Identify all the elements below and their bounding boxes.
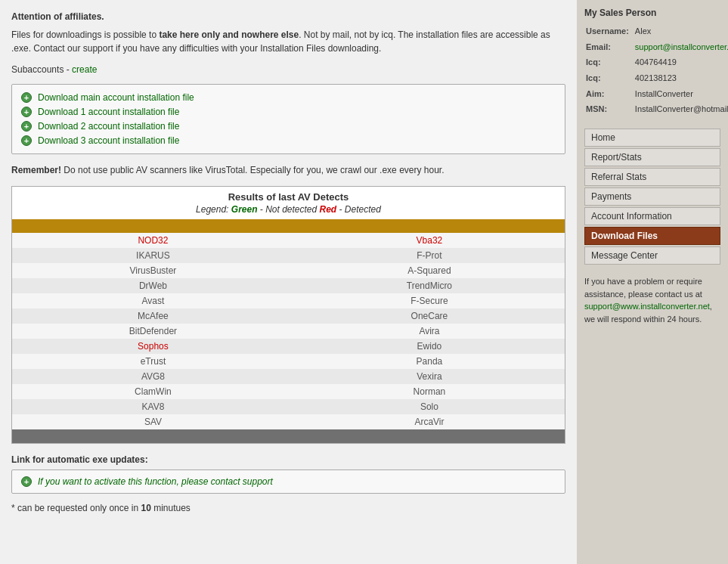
intro-text: Files for downloadings is possible to ta…: [11, 28, 565, 55]
link-auto-text: If you want to activate this function, p…: [38, 476, 273, 487]
table-row: BitDefenderAvira: [12, 324, 565, 339]
nav-menu: Home Report/Stats Referral Stats Payment…: [584, 129, 720, 265]
av-cell-left: McAfee: [12, 308, 294, 324]
table-row: ClamWinNorman: [12, 384, 565, 399]
link-auto-box: Link for automatic exe updates: If you w…: [11, 454, 565, 494]
table-row: Icq: 404764419: [586, 55, 728, 70]
table-row: SAVArcaVir: [12, 414, 565, 429]
av-cell-right: F-Prot: [294, 248, 565, 263]
av-footer-bar: [12, 429, 565, 443]
av-cell-right: TrendMicro: [294, 278, 565, 293]
sales-person-table: Username: Alex Email: support@installcon…: [584, 23, 728, 118]
av-cell-right: Vba32: [294, 233, 565, 248]
icq2-value: 402138123: [635, 71, 728, 85]
green-plus-icon-auto: [21, 476, 32, 487]
av-cell-right: Vexira: [294, 369, 565, 384]
download-item-1: Download 1 account installation file: [21, 107, 556, 117]
av-cell-right: A-Squared: [294, 263, 565, 278]
download-item-0: Download main account installation file: [21, 92, 556, 103]
av-cell-right: OneCare: [294, 308, 565, 324]
av-cell-right: Avira: [294, 324, 565, 339]
email-label: Email:: [586, 40, 634, 54]
subaccounts-line: Subaccounts - create: [11, 64, 565, 75]
table-row: IKARUSF-Prot: [12, 248, 565, 263]
table-row: MSN: InstallConverter@hotmail.com: [586, 102, 728, 116]
nav-home[interactable]: Home: [584, 129, 720, 147]
download-item-3: Download 3 account installation file: [21, 135, 556, 146]
table-row: KAV8Solo: [12, 399, 565, 414]
av-cell-left: NOD32: [12, 233, 294, 248]
green-plus-icon-2: [21, 121, 32, 132]
table-row: DrWebTrendMicro: [12, 278, 565, 293]
download-item-2: Download 2 account installation file: [21, 121, 556, 132]
remember-text: Remember! Do not use public AV scanners …: [11, 165, 565, 175]
username-label: Username:: [586, 24, 634, 39]
av-cell-right: Panda: [294, 354, 565, 369]
msn-label: MSN:: [586, 102, 634, 116]
table-row: Aim: InstallConverter: [586, 87, 728, 101]
table-row: Email: support@installconverter.com: [586, 40, 728, 54]
attention-text: Attention of affiliates.: [11, 11, 565, 22]
nav-referral-stats[interactable]: Referral Stats: [584, 168, 720, 186]
av-results-box: Results of last AV Detects Legend: Green…: [11, 186, 565, 444]
nav-payments[interactable]: Payments: [584, 187, 720, 206]
create-link[interactable]: create: [72, 64, 97, 75]
av-cell-left: SAV: [12, 414, 294, 429]
main-content: Attention of affiliates. Files for downl…: [0, 0, 577, 564]
email-value: support@installconverter.com: [635, 40, 728, 54]
av-header-bar: [12, 219, 565, 233]
can-requested-text: * can be requested only once in 10 minut…: [11, 503, 565, 513]
green-plus-icon-0: [21, 92, 32, 103]
av-cell-left: BitDefender: [12, 324, 294, 339]
sales-person-title: My Sales Person: [584, 8, 720, 18]
av-results-header: Results of last AV Detects: [12, 187, 565, 204]
table-row: Username: Alex: [586, 24, 728, 39]
av-cell-left: KAV8: [12, 399, 294, 414]
sales-person-section: My Sales Person Username: Alex Email: su…: [584, 8, 720, 118]
av-cell-left: VirusBuster: [12, 263, 294, 278]
av-legend: Legend: Green - Not detected Red - Detec…: [12, 204, 565, 219]
icq-value: 404764419: [635, 55, 728, 70]
green-plus-icon-3: [21, 135, 32, 146]
av-cell-left: eTrust: [12, 354, 294, 369]
green-plus-icon-1: [21, 107, 32, 117]
nav-report-stats[interactable]: Report/Stats: [584, 148, 720, 166]
av-cell-right: ArcaVir: [294, 414, 565, 429]
nav-account-information[interactable]: Account Information: [584, 207, 720, 225]
msn-value: InstallConverter@hotmail.com: [635, 102, 728, 116]
table-row: SophosEwido: [12, 339, 565, 354]
av-table: NOD32Vba32IKARUSF-ProtVirusBusterA-Squar…: [12, 233, 565, 429]
download-link-2[interactable]: Download 2 account installation file: [38, 121, 179, 132]
aim-value: InstallConverter: [635, 87, 728, 101]
table-row: VirusBusterA-Squared: [12, 263, 565, 278]
table-row: AvastF-Secure: [12, 293, 565, 308]
av-cell-left: Avast: [12, 293, 294, 308]
download-link-0[interactable]: Download main account installation file: [38, 92, 194, 103]
download-link-1[interactable]: Download 1 account installation file: [38, 107, 179, 117]
av-cell-left: Sophos: [12, 339, 294, 354]
av-cell-right: Solo: [294, 399, 565, 414]
icq-label: Icq:: [586, 55, 634, 70]
nav-download-files[interactable]: Download Files: [584, 227, 720, 245]
av-cell-right: Ewido: [294, 339, 565, 354]
download-link-3[interactable]: Download 3 account installation file: [38, 135, 179, 146]
table-row: AVG8Vexira: [12, 369, 565, 384]
link-auto-title: Link for automatic exe updates:: [11, 454, 565, 465]
link-auto-inner: If you want to activate this function, p…: [11, 469, 565, 494]
nav-message-center[interactable]: Message Center: [584, 246, 720, 265]
icq2-label: Icq:: [586, 71, 634, 85]
username-value: Alex: [635, 24, 728, 39]
av-cell-right: Norman: [294, 384, 565, 399]
av-cell-left: IKARUS: [12, 248, 294, 263]
contact-section: If you have a problem or require assista…: [584, 275, 720, 325]
aim-label: Aim:: [586, 87, 634, 101]
av-cell-left: ClamWin: [12, 384, 294, 399]
table-row: NOD32Vba32: [12, 233, 565, 248]
sidebar: My Sales Person Username: Alex Email: su…: [577, 0, 728, 564]
table-row: Icq: 402138123: [586, 71, 728, 85]
table-row: McAfeeOneCare: [12, 308, 565, 324]
contact-email-link[interactable]: support@www.installconverter.net: [584, 302, 710, 311]
av-cell-right: F-Secure: [294, 293, 565, 308]
av-cell-left: AVG8: [12, 369, 294, 384]
table-row: eTrustPanda: [12, 354, 565, 369]
